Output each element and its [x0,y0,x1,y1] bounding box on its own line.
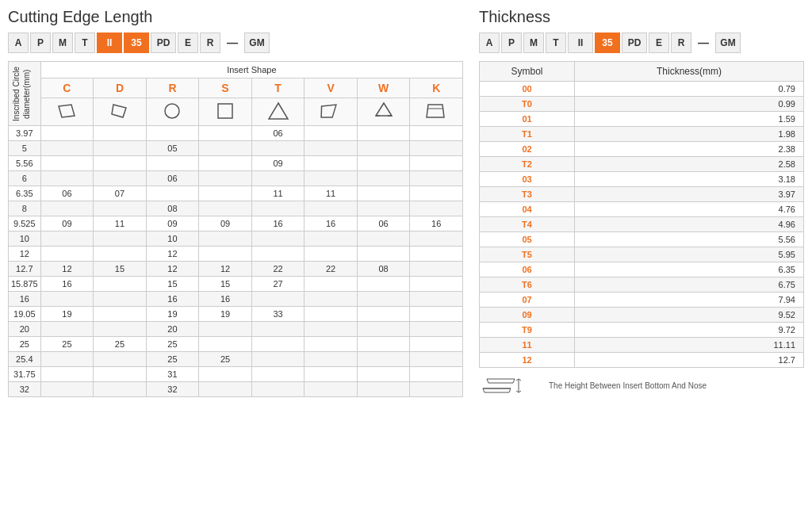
svg-rect-3 [218,104,232,118]
thickness-row: 022.38 [480,142,804,157]
thickness-value: 9.72 [575,323,804,338]
thickness-symbol: 01 [480,112,575,127]
thickness-value: 5.56 [575,232,804,247]
cell-W [357,367,410,382]
icd-value: 10 [9,231,41,247]
cell-C [40,171,94,186]
thickness-symbol: 00 [480,82,575,97]
thickness-value: 11.11 [575,338,804,353]
left-title: Cutting Edge Length [8,8,463,26]
right-title: Thickness [479,8,804,26]
icd-value: 6 [9,171,41,186]
icd-value: 12 [9,247,41,262]
cell-R: 16 [146,292,199,307]
thickness-value: 3.97 [575,187,804,202]
thickness-row: 099.52 [480,308,804,323]
cell-T [251,247,304,262]
cell-V [304,367,358,382]
thickness-value: 12.7 [575,353,804,368]
col-header-D: D [94,78,147,98]
cell-S [199,382,252,397]
insert-diagram [479,373,542,398]
cell-W [357,156,410,171]
cell-K [410,322,463,337]
cell-T [251,201,304,216]
col-header-T: T [251,78,304,98]
cell-R [146,156,199,171]
icd-value: 6.35 [9,186,41,201]
cell-K [410,277,463,292]
cell-K [410,367,463,382]
col-header-S: S [199,78,252,98]
cell-S [199,337,252,352]
cell-W [357,126,410,141]
thickness-symbol: 07 [480,293,575,308]
code-cell-R: R [200,33,220,53]
cell-V [304,201,358,216]
cell-K [410,382,463,397]
cell-S: 15 [199,277,252,292]
svg-marker-9 [427,105,444,117]
icd-value: 16 [9,292,41,307]
cell-C: 06 [40,186,94,201]
code-cell-T: T [75,33,95,53]
col-header-W: W [357,78,410,98]
table-row: 3.9706 [9,126,463,141]
cell-D [94,126,147,141]
col-header-R: R [146,78,199,98]
shape-icon-row [9,98,463,126]
cell-W [357,171,410,186]
cell-R: 32 [146,382,199,397]
thickness-value: 3.18 [575,172,804,187]
thickness-row: 1111.11 [480,338,804,353]
svg-marker-0 [59,105,75,117]
cell-W [357,382,410,397]
insert-table: Inscribed Circlediameter(mm)Insert Shape… [8,61,463,397]
thickness-row: T99.72 [480,323,804,338]
cell-C: 16 [40,277,94,292]
cell-D [94,231,147,247]
thickness-row: 011.59 [480,112,804,127]
cell-T [251,367,304,382]
cell-K [410,262,463,277]
insert-shape-label: Insert Shape [40,62,462,78]
table-row: 2020 [9,322,463,337]
cell-K: 16 [410,216,463,231]
thickness-row: 055.56 [480,232,804,247]
cell-K [410,337,463,352]
cell-R: 19 [146,307,199,322]
right-code-cell-P: P [501,33,522,53]
shape-icon-W [357,98,410,126]
table-row: 25252525 [9,337,463,352]
cell-K [410,171,463,186]
table-row: 3232 [9,382,463,397]
shape-icon-D [94,98,147,126]
table-row: 15.87516151527 [9,277,463,292]
cell-R [146,186,199,201]
right-code-cell-T: T [546,33,566,53]
cell-D [94,322,147,337]
cell-C [40,247,94,262]
thickness-row: T44.96 [480,217,804,232]
thickness-symbol: T6 [480,277,575,293]
thickness-row: 077.94 [480,293,804,308]
right-codebar: APMTII35PDER—GM [479,33,804,53]
cell-T [251,322,304,337]
icd-value: 25 [9,337,41,352]
cell-C: 09 [40,216,94,231]
thickness-value: 4.96 [575,217,804,232]
shape-icon-V [304,98,358,126]
cell-W [357,277,410,292]
thickness-value: 6.75 [575,277,804,293]
cell-T [251,171,304,186]
cell-T: 06 [251,126,304,141]
cell-R: 12 [146,247,199,262]
thickness-value: 7.94 [575,293,804,308]
code-cell-M: M [52,33,73,53]
cell-D [94,156,147,171]
icd-value: 25.4 [9,352,41,367]
col-header-V: V [304,78,358,98]
icd-value: 5.56 [9,156,41,171]
cell-V [304,171,358,186]
cell-D [94,352,147,367]
